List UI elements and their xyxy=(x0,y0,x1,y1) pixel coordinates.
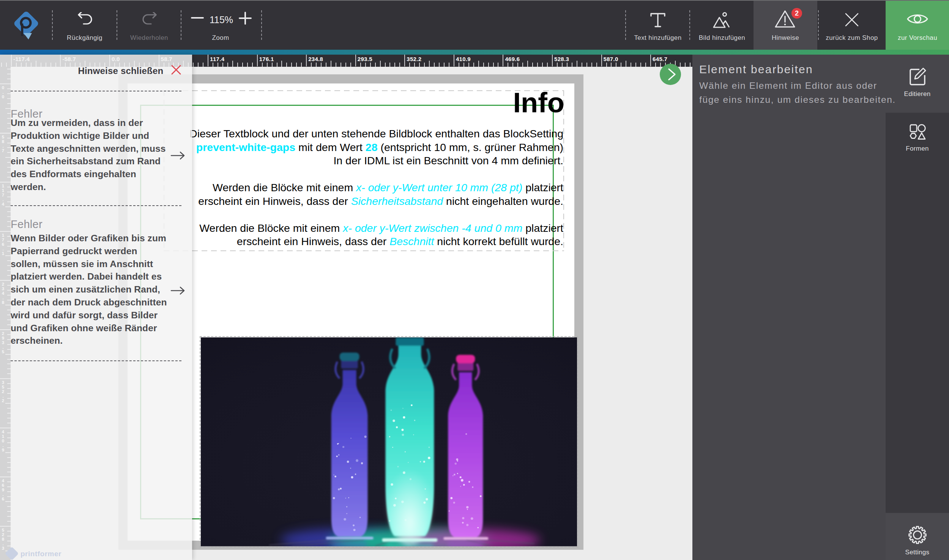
svg-text:printformer: printformer xyxy=(20,550,61,558)
